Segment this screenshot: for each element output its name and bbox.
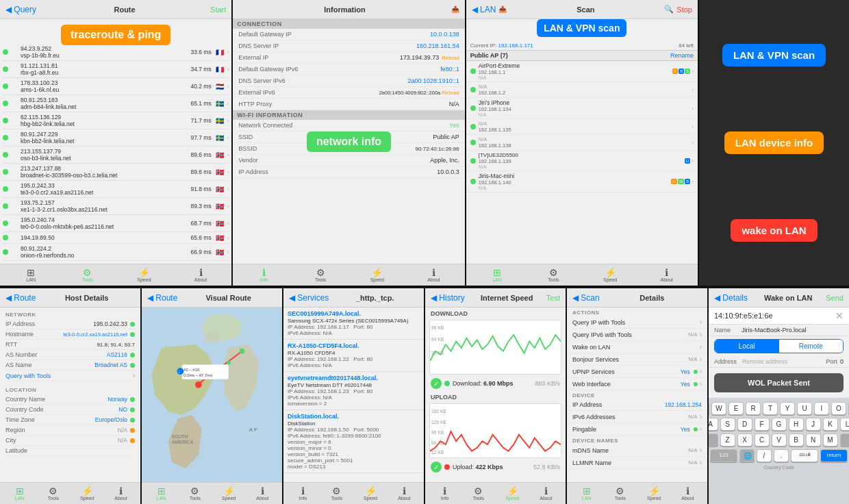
key-e[interactable]: E bbox=[728, 402, 744, 415]
footer-lan-b2[interactable]: ⊞LAN bbox=[152, 484, 171, 503]
key-t[interactable]: T bbox=[763, 402, 778, 415]
current-ip-label: Current IP: 192.168.1.171 bbox=[470, 42, 533, 49]
bonjour-action[interactable]: Bonjour Services N/A › bbox=[567, 353, 707, 366]
footer-speed-b3[interactable]: ⚡Speed bbox=[361, 484, 380, 503]
query-ip-action[interactable]: Query IP with Tools › bbox=[567, 316, 707, 329]
footer-about2[interactable]: ℹAbout bbox=[424, 266, 443, 285]
key-f[interactable]: F bbox=[755, 418, 770, 431]
web-interface-action[interactable]: Web Interface Yes › bbox=[567, 378, 707, 390]
footer-tools2[interactable]: ⚙Tools bbox=[311, 266, 330, 285]
key-co-uk[interactable]: .co.uk bbox=[791, 449, 818, 462]
query-tools-detail[interactable]: Query with Tools › bbox=[5, 370, 135, 381]
wake-on-lan-action[interactable]: Wake on LAN › bbox=[567, 341, 707, 353]
key-u[interactable]: U bbox=[797, 402, 812, 415]
stop-button[interactable]: Stop bbox=[676, 5, 692, 14]
query-ipv6-action[interactable]: Query IPv6 with Tools N/A › bbox=[567, 329, 707, 341]
footer-about-b3[interactable]: ℹAbout bbox=[394, 484, 414, 503]
footer-tools-b1[interactable]: ⚙Tools bbox=[44, 484, 63, 503]
ip-address-wifi-row: IP Address 10.0.0.3 bbox=[233, 166, 464, 178]
key-i[interactable]: I bbox=[814, 402, 829, 415]
rename-button[interactable]: Rename bbox=[670, 52, 694, 59]
key-dot[interactable]: . bbox=[774, 449, 789, 462]
lan-device-tv: [TV]UE32D5500 192.168.1.139 N/A U › bbox=[466, 151, 698, 171]
service-eyetv[interactable]: eyetvnetreamdt02017448.local. EyeTV Nets… bbox=[283, 372, 424, 410]
mac-address-row: 14:10:9f:e5:e1:6e ✕ bbox=[709, 307, 849, 325]
key-d[interactable]: D bbox=[737, 418, 752, 431]
key-h[interactable]: H bbox=[789, 418, 804, 431]
key-s[interactable]: S bbox=[720, 418, 735, 431]
test-button[interactable]: Test bbox=[546, 294, 560, 302]
route-row: 213.247.137.88broadnet-ic-303599-oso-b3.… bbox=[3, 164, 229, 181]
footer-about-b4[interactable]: ℹAbout bbox=[536, 484, 555, 503]
footer-speed-b4[interactable]: ⚡Speed bbox=[503, 484, 522, 503]
footer-about3[interactable]: ℹAbout bbox=[657, 266, 676, 285]
key-k[interactable]: K bbox=[823, 418, 838, 431]
footer-speed-b2[interactable]: ⚡Speed bbox=[219, 484, 238, 503]
key-z[interactable]: Z bbox=[720, 433, 735, 446]
key-q[interactable]: Q bbox=[709, 402, 709, 415]
as-name-detail: AS Name Broadnet AS bbox=[5, 360, 135, 370]
key-123[interactable]: 123 bbox=[710, 449, 737, 462]
remote-address-input[interactable]: Remote address bbox=[742, 358, 826, 365]
footer-tools-b3[interactable]: ⚙Tools bbox=[327, 484, 346, 503]
local-tab[interactable]: Local bbox=[715, 340, 779, 353]
key-slash[interactable]: / bbox=[757, 449, 772, 462]
footer-info-b4[interactable]: ℹInfo bbox=[435, 484, 455, 503]
download-chart: 96 KB 64 KB 32 KB bbox=[429, 320, 561, 375]
key-a[interactable]: A bbox=[709, 418, 718, 431]
port-value[interactable]: 0 bbox=[840, 358, 844, 365]
footer-speed[interactable]: ⚡Speed bbox=[134, 266, 153, 285]
key-l[interactable]: L bbox=[840, 418, 850, 431]
key-g[interactable]: G bbox=[772, 418, 787, 431]
upnp-action[interactable]: UPNP Services Yes › bbox=[567, 366, 707, 378]
llmnr-name: LLMNR Name N/A › bbox=[567, 457, 707, 469]
key-x[interactable]: X bbox=[737, 433, 752, 446]
key-v[interactable]: V bbox=[772, 433, 787, 446]
key-globe[interactable]: 🌐 bbox=[739, 449, 755, 462]
footer-lan-b1[interactable]: ⊞LAN bbox=[10, 484, 29, 503]
key-return[interactable]: return bbox=[820, 449, 848, 462]
footer-tools-b5[interactable]: ⚙Tools bbox=[611, 484, 630, 503]
wol-packet-sent-button[interactable]: WOL Packet Sent bbox=[714, 373, 844, 392]
footer-lan-b5[interactable]: ⊞LAN bbox=[577, 484, 596, 503]
key-r[interactable]: R bbox=[746, 402, 761, 415]
host-details-title: Host Details bbox=[38, 294, 135, 302]
footer-tools3[interactable]: ⚙Tools bbox=[544, 266, 563, 285]
key-c[interactable]: C bbox=[755, 433, 770, 446]
key-n[interactable]: N bbox=[806, 433, 821, 446]
footer-info-b3[interactable]: ℹInfo bbox=[294, 484, 313, 503]
footer-lan[interactable]: ⊞LAN bbox=[21, 266, 40, 285]
footer-speed2[interactable]: ⚡Speed bbox=[368, 266, 387, 285]
key-y[interactable]: Y bbox=[780, 402, 795, 415]
key-j[interactable]: J bbox=[806, 418, 821, 431]
footer-lan2[interactable]: ⊞LAN bbox=[487, 266, 507, 285]
service-diskstation[interactable]: DiskStation.local. DiskStation IP Addres… bbox=[283, 410, 424, 473]
service-rx[interactable]: RX-A1050-CFD5F4.local. RX-A1050 CFD5F4 I… bbox=[283, 340, 424, 372]
start-button[interactable]: Start bbox=[210, 5, 226, 14]
lan-device-iphone: Jiri's iPhone 192.168.1.134 N/A › bbox=[466, 98, 698, 119]
clear-mac-button[interactable]: ✕ bbox=[835, 310, 844, 321]
key-shift[interactable]: ⇧ bbox=[709, 433, 718, 446]
footer-speed3[interactable]: ⚡Speed bbox=[600, 266, 620, 285]
footer-tools[interactable]: ⚙Tools bbox=[78, 266, 97, 285]
key-o[interactable]: O bbox=[831, 402, 846, 415]
footer-speed-b5[interactable]: ⚡Speed bbox=[644, 484, 663, 503]
footer-info[interactable]: ℹInfo bbox=[255, 266, 274, 285]
key-delete[interactable]: ⌫ bbox=[840, 433, 850, 446]
remote-tab[interactable]: Remote bbox=[779, 340, 844, 353]
key-w[interactable]: W bbox=[711, 402, 726, 415]
country-code-detail: Country Code NO bbox=[5, 405, 135, 415]
key-m[interactable]: M bbox=[823, 433, 838, 446]
footer-about-b5[interactable]: ℹAbout bbox=[678, 484, 697, 503]
footer-about[interactable]: ℹAbout bbox=[191, 266, 210, 285]
local-remote-tabs[interactable]: Local Remote bbox=[714, 339, 844, 353]
footer-about-b1[interactable]: ℹAbout bbox=[111, 484, 130, 503]
footer-speed-b1[interactable]: ⚡Speed bbox=[77, 484, 97, 503]
footer-tools-b4[interactable]: ⚙Tools bbox=[469, 484, 488, 503]
key-b[interactable]: B bbox=[789, 433, 804, 446]
footer-about-b2[interactable]: ℹAbout bbox=[253, 484, 272, 503]
route-row: 94.23.9.252vsp-1b-9b.fr.eu 33.6 ms 🇫🇷 › bbox=[3, 44, 229, 61]
footer-tools-b2[interactable]: ⚙Tools bbox=[186, 484, 205, 503]
send-button[interactable]: Send bbox=[826, 294, 844, 302]
service-samsung[interactable]: SEC0015999A749A.local. Samsung SCX-472x … bbox=[283, 307, 424, 340]
